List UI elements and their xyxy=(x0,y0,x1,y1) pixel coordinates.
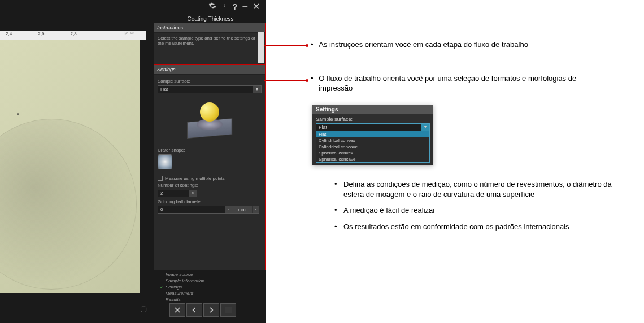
popup-option[interactable]: Spherical concave xyxy=(316,156,429,162)
popup-option[interactable]: Flat xyxy=(316,131,429,137)
cancel-button[interactable] xyxy=(169,303,185,317)
step-image-source[interactable]: Image source xyxy=(160,272,258,278)
num-coatings-label: Number of coatings: xyxy=(158,183,262,188)
sample-surface-value: Flat xyxy=(158,86,253,93)
popup-option[interactable]: Cylindrical convex xyxy=(316,137,429,144)
next-button[interactable] xyxy=(203,303,219,317)
titlebar: ? − ✕ xyxy=(208,0,266,12)
feature-bullets: Defina as condições de medição, como o n… xyxy=(311,179,627,238)
help-icon[interactable]: ? xyxy=(232,2,237,11)
panel-title: Coating Thickness xyxy=(155,16,266,22)
ball-diameter-unit: mm xyxy=(232,206,252,213)
gear-icon[interactable] xyxy=(208,2,216,11)
app-window: ? − ✕ Coating Thickness 2,4 2,6 2,8 ⊳ ∞ … xyxy=(0,0,266,323)
multi-points-checkbox[interactable] xyxy=(158,176,163,181)
minimize-icon[interactable]: − xyxy=(242,1,248,12)
popup-label: Sample surface: xyxy=(316,117,430,122)
popup-select-value: Flat xyxy=(316,124,421,131)
bullet-item: Defina as condições de medição, como o n… xyxy=(333,179,627,200)
bullet-item: Os resultados estão em conformidade com … xyxy=(333,222,627,232)
instructions-content: Select the sample type and define the se… xyxy=(158,36,255,46)
ruler-tick: 2,8 xyxy=(70,31,101,36)
crater-shape-icon[interactable] xyxy=(158,154,172,169)
num-coatings-input[interactable]: 2 ‹› xyxy=(158,190,197,197)
book-icon[interactable]: ▢ xyxy=(140,304,147,313)
sample-surface-select[interactable]: Flat ▼ xyxy=(158,85,262,93)
sample-surface-label: Sample surface: xyxy=(158,79,262,84)
step-settings[interactable]: Settings xyxy=(160,284,258,290)
finish-button xyxy=(220,303,236,317)
scrollbar[interactable] xyxy=(258,32,264,63)
ruler-tick: 2,6 xyxy=(38,31,69,36)
workflow-steps: Image source Sample information Settings… xyxy=(155,269,263,305)
ruler-tick: 2,4 xyxy=(6,31,37,36)
popup-options: Flat Cylindrical convex Cylindrical conc… xyxy=(316,131,430,163)
ball-diameter-value: 0 xyxy=(158,206,225,213)
multi-points-label: Measure using multiple points xyxy=(165,176,225,181)
popup-option[interactable]: Cylindrical concave xyxy=(316,144,429,150)
callout-line xyxy=(264,80,307,81)
callout-1: As instruções orientam você em cada etap… xyxy=(319,40,607,50)
spinner-inc[interactable]: › xyxy=(252,206,259,213)
settings-section: Settings Sample surface: Flat ▼ Crater s… xyxy=(154,64,266,270)
sample-viewport[interactable]: 200 µm xyxy=(0,40,140,293)
popup-option[interactable]: Spherical convex xyxy=(316,150,429,156)
side-panel: Instructions Select the sample type and … xyxy=(154,23,266,293)
ball-diameter-label: Grinding ball diameter: xyxy=(158,199,262,204)
spinner-dec[interactable]: ‹ xyxy=(225,206,232,213)
callout-line xyxy=(264,45,307,46)
callout-dot-icon xyxy=(306,44,308,47)
chevron-down-icon: ▼ xyxy=(421,124,429,131)
ball-diameter-input[interactable]: 0 ‹ mm › xyxy=(158,206,259,214)
num-coatings-value: 2 xyxy=(158,190,189,197)
crater-shape-label: Crater shape: xyxy=(158,148,262,153)
back-button[interactable] xyxy=(186,303,202,317)
bullet-item: A medição é fácil de realizar xyxy=(333,205,627,216)
instructions-header: Instructions xyxy=(154,23,265,33)
chevron-down-icon: ▼ xyxy=(253,86,261,93)
nav-buttons xyxy=(169,303,236,317)
instructions-section: Instructions Select the sample type and … xyxy=(154,23,266,64)
instructions-text: Select the sample type and define the se… xyxy=(154,33,265,64)
callout-dot-icon xyxy=(306,79,308,82)
popup-title: Settings xyxy=(312,105,433,114)
settings-popup: Settings Sample surface: Flat ▼ Flat Cyl… xyxy=(312,105,433,165)
step-sample-info[interactable]: Sample information xyxy=(160,278,258,284)
step-measurement[interactable]: Measurement xyxy=(160,290,258,296)
close-icon[interactable]: ✕ xyxy=(253,1,260,12)
callout-2: O fluxo de trabalho orienta você por uma… xyxy=(319,74,607,93)
info-icon[interactable] xyxy=(221,2,228,11)
settings-header: Settings xyxy=(154,65,265,75)
sample-diagram xyxy=(179,98,241,143)
step-results[interactable]: Results xyxy=(160,296,258,303)
view-toggles[interactable]: ⊳ ∞ xyxy=(124,30,134,36)
spinner-buttons[interactable]: ‹› xyxy=(189,190,197,197)
popup-select[interactable]: Flat ▼ xyxy=(316,123,430,131)
callouts: • As instruções orientam você em cada et… xyxy=(311,40,627,104)
